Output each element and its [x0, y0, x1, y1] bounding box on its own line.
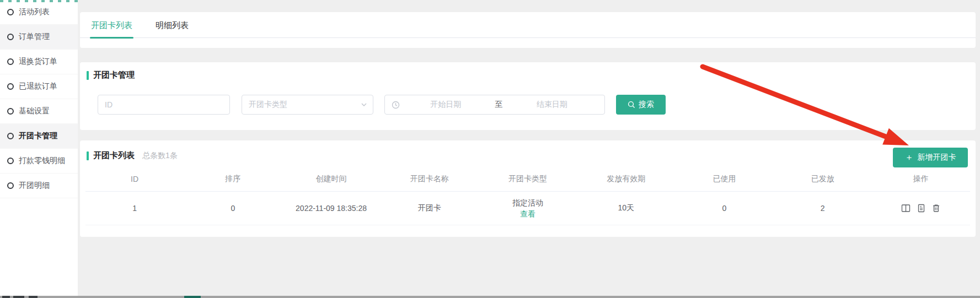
sidebar-item-label: 开团卡管理: [19, 131, 57, 141]
table-header-row: ID 排序 创建时间 开团卡名称 开团卡类型 发放有效期 已使用 已发放 操作: [85, 166, 970, 192]
radio-icon: [7, 158, 14, 164]
card-type-select[interactable]: 开团卡类型: [242, 95, 373, 115]
tab-bar: 开团卡列表 明细列表: [80, 12, 976, 38]
sidebar-item-label: 打款零钱明细: [19, 156, 65, 166]
date-range-picker[interactable]: 开始日期 至 结束日期: [384, 95, 605, 115]
taskbar-fragment: [13, 296, 24, 298]
table-row: 1 0 2022-11-09 18:35:28 开团卡 指定活动 查看 10天 …: [85, 192, 970, 225]
sidebar-item-group-details[interactable]: 开团明细: [0, 174, 78, 198]
filter-panel-title: 开团卡管理: [80, 62, 976, 80]
sidebar-item-payment-details[interactable]: 打款零钱明细: [0, 149, 78, 174]
view-link[interactable]: 查看: [479, 208, 577, 219]
sidebar: 活动列表 订单管理 退换货订单 已退款订单 基础设置 开团卡管理 打款零钱明细 …: [0, 0, 78, 296]
sidebar-item-refunded-orders[interactable]: 已退款订单: [0, 74, 78, 99]
sidebar-item-basic-settings[interactable]: 基础设置: [0, 99, 78, 124]
radio-icon: [7, 83, 14, 90]
cell-type: 指定活动 查看: [479, 197, 577, 219]
col-header-sort: 排序: [184, 174, 282, 184]
radio-icon: [7, 133, 14, 139]
tabs-card: 开团卡列表 明细列表: [80, 12, 976, 48]
cell-actions: [872, 204, 970, 213]
col-header-used: 已使用: [675, 174, 773, 184]
radio-icon: [7, 58, 14, 65]
cell-sort: 0: [184, 204, 282, 213]
col-header-issued: 已发放: [774, 174, 872, 184]
card-type-select-placeholder: 开团卡类型: [249, 100, 361, 110]
sidebar-item-label: 开团明细: [19, 181, 50, 191]
clock-icon: [392, 101, 400, 109]
total-count-text: 总条数1条: [142, 151, 178, 161]
search-icon: [628, 101, 635, 109]
list-panel-title-text: 开团卡列表: [93, 150, 135, 161]
trash-icon[interactable]: [932, 204, 940, 213]
sidebar-item-order-management[interactable]: 订单管理: [0, 25, 78, 50]
col-header-validity: 发放有效期: [577, 174, 675, 184]
radio-icon: [7, 182, 14, 189]
date-separator: 至: [492, 100, 506, 110]
search-button[interactable]: 搜索: [616, 95, 666, 115]
sidebar-item-return-orders[interactable]: 退换货订单: [0, 50, 78, 74]
sidebar-item-label: 订单管理: [19, 32, 50, 42]
view-card-icon[interactable]: [901, 204, 911, 213]
cell-type-text: 指定活动: [479, 197, 577, 208]
list-panel: 开团卡列表 总条数1条 ＋ 新增开团卡 ID 排序 创建时间 开团卡名称 开团卡…: [80, 140, 976, 237]
taskbar-fragment: [184, 296, 201, 298]
document-icon[interactable]: [917, 204, 925, 213]
cell-name: 开团卡: [381, 203, 479, 213]
sidebar-item-group-card-management[interactable]: 开团卡管理: [0, 124, 78, 149]
start-date-placeholder: 开始日期: [400, 100, 492, 110]
sidebar-item-label: 退换货订单: [19, 57, 57, 67]
radio-icon: [7, 9, 14, 15]
filter-panel-title-text: 开团卡管理: [93, 70, 135, 80]
taskbar-fragment: [29, 296, 38, 298]
cell-created-at: 2022-11-09 18:35:28: [282, 204, 380, 213]
window-bottom-edge: [0, 296, 980, 298]
end-date-placeholder: 结束日期: [506, 100, 598, 110]
add-group-card-button[interactable]: ＋ 新增开团卡: [893, 148, 968, 167]
group-card-table: ID 排序 创建时间 开团卡名称 开团卡类型 发放有效期 已使用 已发放 操作 …: [85, 166, 970, 225]
sidebar-item-activity-list[interactable]: 活动列表: [0, 0, 78, 25]
cell-validity: 10天: [577, 203, 675, 213]
col-header-id: ID: [85, 175, 184, 183]
window-edge-fragment: [0, 0, 78, 2]
cell-id: 1: [85, 204, 184, 213]
accent-bar: [87, 71, 89, 80]
list-panel-title: 开团卡列表 总条数1条: [80, 140, 976, 161]
col-header-created-at: 创建时间: [282, 174, 380, 184]
sidebar-item-label: 已退款订单: [19, 82, 57, 91]
cell-issued: 2: [774, 204, 872, 213]
filter-panel: 开团卡管理 开团卡类型 开始日期 至 结束日期 搜索: [80, 62, 976, 130]
add-group-card-button-label: 新增开团卡: [918, 153, 956, 162]
sidebar-item-label: 活动列表: [19, 7, 50, 17]
tab-detail-list[interactable]: 明细列表: [156, 20, 189, 37]
radio-icon: [7, 34, 14, 40]
col-header-actions: 操作: [872, 174, 970, 184]
search-button-label: 搜索: [639, 100, 654, 110]
sidebar-item-label: 基础设置: [19, 106, 50, 116]
accent-bar: [87, 151, 89, 160]
cell-used: 0: [675, 204, 773, 213]
radio-icon: [7, 108, 14, 115]
col-header-name: 开团卡名称: [381, 174, 479, 184]
col-header-type: 开团卡类型: [479, 174, 577, 184]
taskbar-fragment: [2, 296, 10, 298]
id-input[interactable]: [98, 95, 230, 115]
chevron-down-icon: [361, 101, 367, 108]
tab-group-card-list[interactable]: 开团卡列表: [91, 20, 132, 37]
filter-row: 开团卡类型 开始日期 至 结束日期 搜索: [98, 95, 666, 115]
plus-icon: ＋: [905, 153, 914, 162]
